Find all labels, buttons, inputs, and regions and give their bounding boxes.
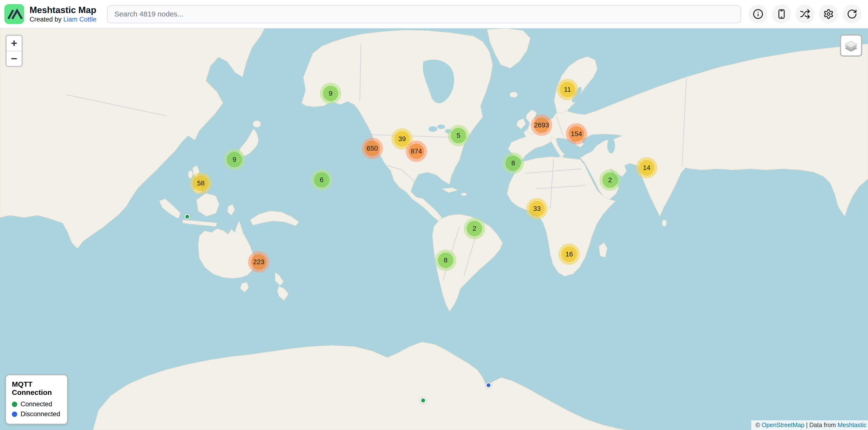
cluster-count: 2 [608,176,612,184]
connected-dot-icon [12,402,17,407]
cluster-marker[interactable]: 8 [435,250,456,271]
world-map[interactable]: + − 911269315439650874581429586332168223… [0,28,868,430]
cluster-count: 58 [197,179,205,187]
subtitle-prefix: Created by [30,16,63,23]
cluster-count: 33 [533,205,540,212]
zoom-control: + − [5,35,23,67]
cluster-marker[interactable]: 33 [526,198,548,219]
refresh-button[interactable] [843,5,862,24]
cluster-marker[interactable]: 2 [464,218,485,239]
zoom-in-button[interactable]: + [6,36,22,51]
cluster-count: 9 [232,156,237,163]
info-icon [753,9,764,20]
cluster-marker[interactable]: 8 [502,153,524,174]
info-button[interactable] [749,5,768,24]
cluster-marker[interactable]: 223 [248,251,269,273]
cluster-count: 8 [444,256,447,264]
page-subtitle: Created by Liam Cottle [30,15,96,23]
shuffle-icon [800,9,810,20]
author-link[interactable]: Liam Cottle [63,16,97,23]
cluster-marker[interactable]: 9 [320,83,341,104]
cluster-count: 2 [472,225,476,232]
cluster-marker[interactable]: 2693 [531,114,552,136]
cluster-marker[interactable]: 14 [636,157,657,178]
cluster-marker[interactable]: 6 [311,169,332,191]
app-title-block: Meshtastic Map Created by Liam Cottle [30,5,96,24]
cluster-count: 9 [329,90,333,97]
cluster-marker[interactable]: 154 [566,123,587,144]
openstreetmap-link[interactable]: OpenStreetMap [762,422,805,428]
legend-item-connected: Connected [12,400,61,408]
cluster-count: 223 [253,258,265,266]
cluster-count: 154 [571,130,582,138]
cluster-count: 2693 [534,121,549,129]
refresh-icon [847,9,857,20]
cluster-marker[interactable]: 11 [557,79,578,100]
random-node-button[interactable] [796,5,814,24]
cluster-count: 39 [398,135,406,143]
header-actions [749,5,862,24]
cluster-count: 874 [411,147,422,155]
legend-label: Connected [21,400,52,408]
cluster-count: 11 [564,86,571,94]
legend-item-disconnected: Disconnected [12,410,61,418]
disconnected-dot-icon [12,411,17,417]
attribution-copyright: © [755,422,762,428]
zoom-out-button[interactable]: − [6,51,22,66]
page-title: Meshtastic Map [30,5,96,15]
map-attribution: © OpenStreetMap | Data from Meshtastic [751,420,868,430]
cluster-marker[interactable]: 9 [224,149,245,170]
cluster-marker[interactable]: 16 [558,243,580,265]
node-marker-disconnected[interactable] [486,382,491,388]
layers-icon [844,38,858,53]
cluster-count: 5 [457,132,460,139]
app-header: Meshtastic Map Created by Liam Cottle [0,0,868,28]
cluster-count: 14 [643,164,650,172]
cluster-marker[interactable]: 874 [406,141,427,162]
cluster-count: 16 [565,250,573,258]
cluster-marker[interactable]: 2 [599,169,621,191]
gear-icon [823,9,834,20]
meshtastic-link[interactable]: Meshtastic [838,422,867,428]
cluster-marker[interactable]: 650 [362,138,383,159]
mqtt-legend: MQTT Connection Connected Disconnected [5,374,68,424]
cluster-marker[interactable]: 58 [190,173,211,194]
cluster-marker[interactable]: 5 [448,125,469,146]
legend-title: MQTT Connection [12,380,61,397]
legend-label: Disconnected [21,410,60,418]
markers-layer: 911269315439650874581429586332168223 [0,28,868,430]
node-marker-connected[interactable] [420,398,426,403]
smartphone-icon [776,9,787,20]
layers-control[interactable] [840,34,862,57]
settings-button[interactable] [819,5,838,24]
cluster-count: 6 [320,176,323,184]
attribution-middle: | Data from [804,422,837,428]
cluster-count: 650 [367,144,378,152]
search-input[interactable] [107,5,741,23]
mobile-app-button[interactable] [772,5,791,24]
meshtastic-logo-icon [4,4,24,24]
node-marker-connected[interactable] [184,214,190,220]
cluster-count: 8 [511,159,515,167]
